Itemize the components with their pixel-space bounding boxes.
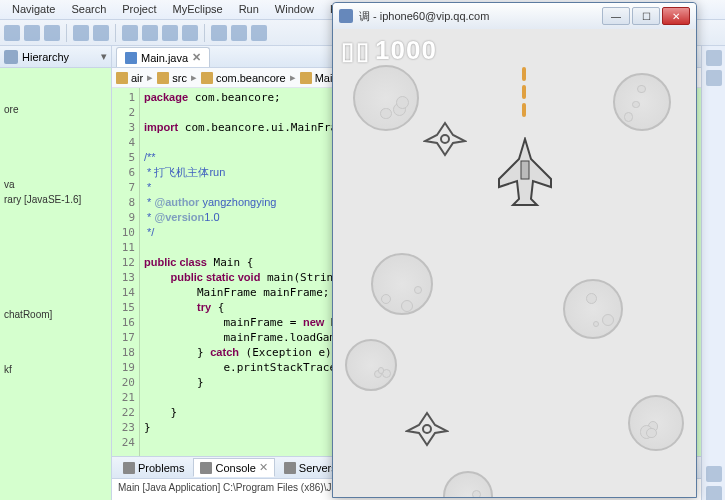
panel-menu-icon[interactable]: ▾: [101, 50, 107, 63]
life-icon: ▯: [356, 37, 369, 65]
hierarchy-panel: Hierarchy ▾ ore va rary [JavaSE-1.6] cha…: [0, 46, 112, 500]
close-button[interactable]: ✕: [662, 7, 690, 25]
score-display: 1000: [375, 35, 437, 66]
minimize-button[interactable]: —: [602, 7, 630, 25]
breadcrumb-item[interactable]: air: [116, 72, 143, 84]
asteroid: [628, 395, 684, 451]
maximize-button[interactable]: ☐: [632, 7, 660, 25]
player-ship: [493, 137, 557, 209]
tree-item[interactable]: ore: [4, 102, 107, 117]
tool-icon[interactable]: [24, 25, 40, 41]
folder-icon: [300, 72, 312, 84]
tab-label: Main.java: [141, 52, 188, 64]
folder-icon: [201, 72, 213, 84]
view-icon[interactable]: [706, 466, 722, 482]
separator: [115, 24, 116, 42]
tool-icon[interactable]: [44, 25, 60, 41]
tab-problems[interactable]: Problems: [116, 459, 191, 477]
view-icon[interactable]: [706, 50, 722, 66]
app-icon: [339, 9, 353, 23]
asteroid: [613, 73, 671, 131]
enemy-ship: [423, 121, 467, 159]
tab-console[interactable]: Console ✕: [193, 458, 274, 477]
asteroid: [353, 65, 419, 131]
problems-icon: [123, 462, 135, 474]
tool-icon[interactable]: [142, 25, 158, 41]
enemy-ship: [405, 411, 449, 449]
breadcrumb-separator: ▸: [191, 71, 197, 84]
folder-icon: [116, 72, 128, 84]
line-gutter: 123456789101112131415161718192021222324: [112, 88, 140, 456]
close-icon[interactable]: ✕: [192, 51, 201, 64]
game-titlebar[interactable]: 调 - iphone60@vip.qq.com — ☐ ✕: [333, 3, 696, 29]
asteroid: [563, 279, 623, 339]
java-file-icon: [125, 52, 137, 64]
servers-icon: [284, 462, 296, 474]
asteroid: [345, 339, 397, 391]
tool-icon[interactable]: [93, 25, 109, 41]
window-title: 调 - iphone60@vip.qq.com: [359, 9, 596, 24]
view-icon[interactable]: [706, 70, 722, 86]
tool-icon[interactable]: [122, 25, 138, 41]
close-icon[interactable]: ✕: [259, 461, 268, 474]
svg-point-1: [423, 425, 431, 433]
breadcrumb-item[interactable]: src: [157, 72, 187, 84]
asteroid: [443, 471, 493, 497]
menu-navigate[interactable]: Navigate: [4, 0, 63, 19]
view-icon[interactable]: [706, 486, 722, 500]
tool-icon[interactable]: [211, 25, 227, 41]
menu-project[interactable]: Project: [114, 0, 164, 19]
tool-icon[interactable]: [162, 25, 178, 41]
console-icon: [200, 462, 212, 474]
breadcrumb-separator: ▸: [290, 71, 296, 84]
svg-rect-2: [521, 161, 529, 179]
svg-point-0: [441, 135, 449, 143]
game-canvas[interactable]: ▯▯ 1000: [333, 29, 696, 497]
menu-myeclipse[interactable]: MyEclipse: [165, 0, 231, 19]
bullet: [522, 103, 526, 117]
menu-run[interactable]: Run: [231, 0, 267, 19]
tool-icon[interactable]: [73, 25, 89, 41]
folder-icon: [157, 72, 169, 84]
tree-item[interactable]: va: [4, 177, 107, 192]
hierarchy-icon: [4, 50, 18, 64]
menu-window[interactable]: Window: [267, 0, 322, 19]
tree-item[interactable]: rary [JavaSE-1.6]: [4, 192, 107, 207]
bullet: [522, 67, 526, 81]
tool-icon[interactable]: [182, 25, 198, 41]
tool-icon[interactable]: [231, 25, 247, 41]
tree-item[interactable]: chatRoom]: [4, 307, 107, 322]
tool-icon[interactable]: [4, 25, 20, 41]
life-icon: ▯: [341, 37, 354, 65]
asteroid: [371, 253, 433, 315]
tree-item[interactable]: kf: [4, 362, 107, 377]
tab-main-java[interactable]: Main.java ✕: [116, 47, 210, 67]
breadcrumb-item[interactable]: com.beancore: [201, 72, 286, 84]
right-toolbar: [701, 46, 725, 500]
separator: [204, 24, 205, 42]
hierarchy-label: Hierarchy: [22, 51, 69, 63]
separator: [66, 24, 67, 42]
bullet: [522, 85, 526, 99]
game-window: 调 - iphone60@vip.qq.com — ☐ ✕ ▯▯ 1000: [332, 2, 697, 498]
menu-search[interactable]: Search: [63, 0, 114, 19]
hud: ▯▯ 1000: [341, 35, 437, 66]
tool-icon[interactable]: [251, 25, 267, 41]
breadcrumb-separator: ▸: [147, 71, 153, 84]
